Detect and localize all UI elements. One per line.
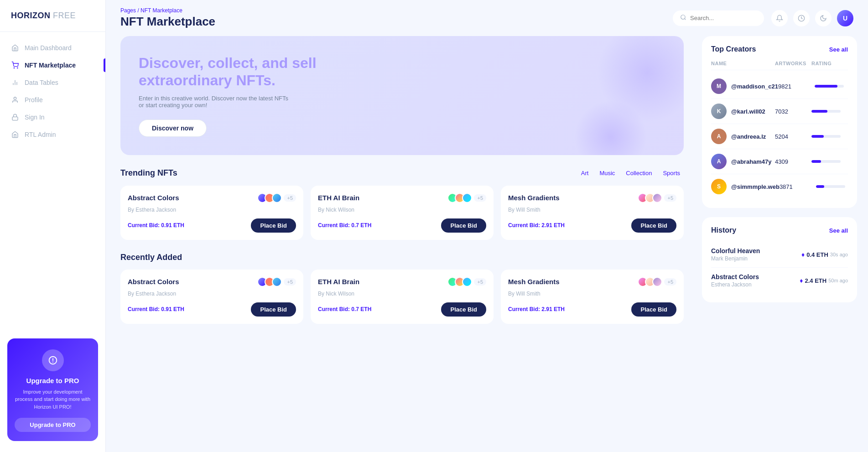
nft-avatar-sm [652,193,662,203]
notification-icon[interactable] [771,10,788,26]
sidebar-item-label: Profile [25,96,43,104]
nft-author: By Nick Wilson [318,207,486,213]
user-avatar[interactable]: U [837,10,853,26]
discover-button[interactable]: Discover now [139,119,207,137]
nft-avatars: +5 [638,193,676,203]
nft-avatars: +5 [257,193,296,203]
top-creators-card: Top Creators See all NAME ARTWORKS RATIN… [702,36,857,208]
creator-info: M @maddison_c21 [711,78,778,94]
search-input[interactable] [690,15,754,21]
place-bid-button[interactable]: Place Bid [441,218,486,233]
history-eth: ♦ 0.4 ETH 30s ago [801,251,848,258]
breadcrumb: Pages / NFT Marketplace NFT Marketplace [120,7,215,29]
sidebar-item-sign-in[interactable]: Sign In [0,109,105,126]
svg-point-7 [681,15,685,19]
brand-name-bold: HORIZON [11,11,51,20]
eth-icon: ♦ [801,251,805,258]
creator-row-0: M @maddison_c21 9821 [711,74,848,99]
history-item-1: Abstract Colors Esthera Jackson ♦ 2.4 ET… [711,268,848,293]
history-info: Abstract Colors Esthera Jackson [711,273,759,288]
top-creators-title: Top Creators [711,45,756,53]
filter-sports[interactable]: Sports [659,168,684,178]
nft-bottom: Current Bid: 2.91 ETH Place Bid [508,302,676,317]
creator-artworks: 9821 [778,83,815,90]
creator-avatar: A [711,154,727,169]
page-title: NFT Marketplace [120,15,215,29]
clock-icon[interactable] [793,10,810,26]
eth-icon: ♦ [800,277,803,284]
creator-artworks: 5204 [775,133,811,140]
filter-collection[interactable]: Collection [622,168,655,178]
sidebar-item-main-dashboard[interactable]: Main Dashboard [0,39,105,57]
sidebar-item-rtl-admin[interactable]: RTL Admin [0,126,105,143]
filter-music[interactable]: Music [596,168,619,178]
svg-point-0 [14,68,14,68]
search-icon [680,14,686,22]
place-bid-button[interactable]: Place Bid [441,302,486,317]
creator-avatar: M [711,78,727,94]
svg-point-5 [14,97,16,99]
topbar-right: U [673,10,853,26]
history-see-all[interactable]: See all [829,227,848,234]
creators-table-header: NAME ARTWORKS RATING [711,61,848,70]
main-content: Pages / NFT Marketplace NFT Marketplace [106,0,868,452]
nft-avatar-sm [462,193,472,203]
recently-added-title: Recently Added [120,253,182,262]
nft-card-top: ETH AI Brain +5 [318,277,486,287]
moon-icon[interactable] [815,10,832,26]
history-name: Colorful Heaven [711,247,760,255]
place-bid-button[interactable]: Place Bid [631,218,676,233]
upgrade-icon [48,355,58,365]
filter-art[interactable]: Art [577,168,593,178]
nft-avatars: +5 [447,277,486,287]
nft-name: Abstract Colors [128,194,179,202]
place-bid-button[interactable]: Place Bid [251,302,296,317]
place-bid-button[interactable]: Place Bid [631,302,676,317]
trending-grid: Abstract Colors +5 By Esthera Jackson Cu… [120,186,684,240]
nft-count: +5 [284,194,296,202]
nft-bottom: Current Bid: 0.91 ETH Place Bid [128,218,296,233]
sidebar-item-nft-marketplace[interactable]: NFT Marketplace [0,57,105,74]
nft-card-top: Abstract Colors +5 [128,277,296,287]
nft-author: By Will Smith [508,207,676,213]
sidebar-item-profile[interactable]: Profile [0,91,105,109]
sidebar-item-label: Data Tables [25,79,58,86]
person-icon [11,96,19,104]
nft-count: +5 [284,278,296,286]
nft-avatar-sm [272,193,282,203]
history-eth-value: 2.4 ETH [805,277,827,284]
sidebar-item-label: Main Dashboard [25,44,72,52]
creator-row-3: A @abraham47y 4309 [711,149,848,174]
nft-count: +5 [664,194,676,202]
sidebar-item-data-tables[interactable]: Data Tables [0,74,105,91]
trending-section-header: Trending NFTs Art Music Collection Sport… [120,168,684,178]
history-item-0: Colorful Heaven Mark Benjamin ♦ 0.4 ETH … [711,242,848,268]
history-info: Colorful Heaven Mark Benjamin [711,247,760,262]
place-bid-button[interactable]: Place Bid [251,218,296,233]
top-creators-see-all[interactable]: See all [829,46,848,53]
nft-avatars: +5 [257,277,296,287]
upgrade-description: Improve your development process and sta… [15,388,91,411]
rating-bar [811,160,848,163]
recently-added-grid: Abstract Colors +5 By Esthera Jackson Cu… [120,270,684,324]
creator-row-4: S @simmmple.web 3871 [711,174,848,199]
rating-bar [816,185,852,188]
hero-title-line1: Discover, collect, and sell [139,55,317,71]
history-header: History See all [711,226,848,234]
search-box[interactable] [673,10,764,26]
upgrade-button[interactable]: Upgrade to PRO [15,418,91,432]
cart-icon [11,61,19,69]
nft-card-top: Mesh Gradients +5 [508,277,676,287]
nft-bid: Current Bid: 0.7 ETH [318,222,371,229]
creator-row-1: K @karl.will02 7032 [711,99,848,124]
nft-avatar-sm [652,277,662,287]
nft-count: +5 [664,278,676,286]
creator-avatar: A [711,129,727,144]
creator-handle: @simmmple.web [731,183,780,190]
brand-logo: HORIZON FREE [0,11,105,32]
creator-artworks: 3871 [780,183,816,190]
nft-avatar-sm [462,277,472,287]
hero-title: Discover, collect, and sell extraordinar… [139,54,367,89]
nft-card-top: Abstract Colors +5 [128,193,296,203]
rating-bar [811,135,848,138]
